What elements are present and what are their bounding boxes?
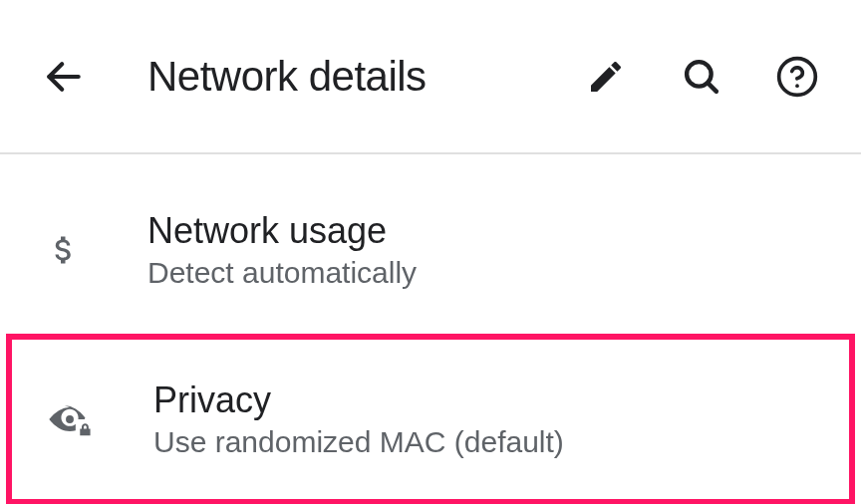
setting-title: Network usage bbox=[147, 210, 417, 252]
svg-point-5 bbox=[66, 415, 74, 423]
setting-subtitle: Detect automatically bbox=[147, 256, 417, 290]
setting-text: Network usage Detect automatically bbox=[147, 210, 417, 290]
back-button[interactable] bbox=[40, 53, 88, 101]
setting-text: Privacy Use randomized MAC (default) bbox=[153, 379, 564, 459]
action-buttons bbox=[582, 53, 821, 101]
search-button[interactable] bbox=[678, 53, 725, 101]
eye-lock-icon bbox=[46, 397, 94, 441]
header: Network details bbox=[0, 0, 861, 154]
svg-line-2 bbox=[708, 83, 717, 92]
arrow-left-icon bbox=[42, 55, 86, 99]
setting-item-privacy[interactable]: Privacy Use randomized MAC (default) bbox=[12, 340, 849, 499]
setting-item-network-usage[interactable]: Network usage Detect automatically bbox=[0, 178, 861, 322]
help-button[interactable] bbox=[773, 53, 821, 101]
svg-point-4 bbox=[795, 84, 799, 88]
search-icon bbox=[681, 56, 722, 98]
setting-subtitle: Use randomized MAC (default) bbox=[153, 425, 564, 459]
help-icon bbox=[775, 55, 819, 99]
dollar-icon bbox=[40, 232, 88, 268]
page-title: Network details bbox=[147, 53, 582, 101]
pencil-icon bbox=[586, 57, 626, 97]
settings-list: Network usage Detect automatically Priva… bbox=[0, 154, 861, 504]
highlight-box: Privacy Use randomized MAC (default) bbox=[6, 334, 855, 504]
setting-title: Privacy bbox=[153, 379, 564, 421]
edit-button[interactable] bbox=[582, 53, 630, 101]
